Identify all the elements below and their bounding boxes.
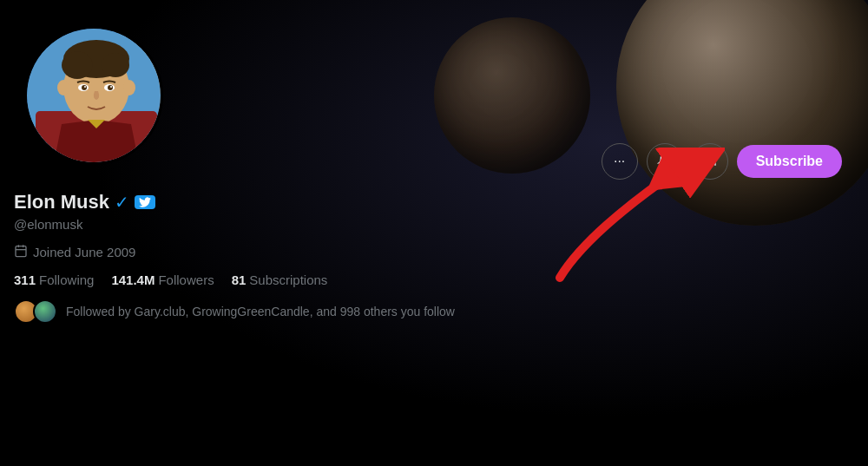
followers-stat[interactable]: 141.4M Followers (111, 272, 214, 287)
followers-label: Followers (158, 272, 214, 287)
svg-point-6 (102, 53, 129, 77)
followed-by-row: Followed by Gary.club, GrowingGreenCandl… (14, 299, 455, 324)
notify-icon: + (657, 152, 673, 171)
svg-point-5 (62, 51, 93, 79)
following-stat[interactable]: 311 Following (14, 272, 94, 287)
follower-avatars (14, 299, 57, 324)
handle: @elonmusk (14, 217, 455, 232)
joined-row: Joined June 2009 (14, 244, 455, 260)
svg-point-17 (707, 154, 713, 159)
avatar-image (27, 29, 161, 162)
follower-avatar-2 (33, 299, 57, 324)
calendar-icon (14, 244, 28, 260)
followed-by-text: Followed by Gary.club, GrowingGreenCandl… (66, 305, 455, 318)
svg-point-12 (110, 86, 112, 88)
svg-point-9 (82, 85, 87, 90)
subscribe-label: Subscribe (756, 154, 823, 168)
follow-button[interactable] (692, 143, 728, 180)
display-name: Elon Musk (14, 191, 109, 213)
more-button[interactable]: ··· (602, 143, 638, 180)
following-count: 311 (14, 272, 36, 287)
follow-icon (702, 152, 718, 171)
profile-info: Elon Musk ✓ @elonmusk Joined June 2009 (14, 191, 455, 324)
verified-badge: ✓ (115, 192, 129, 213)
joined-text: Joined June 2009 (33, 245, 135, 259)
twitter-bird-icon (139, 196, 151, 208)
followers-count: 141.4M (111, 272, 155, 287)
subscriptions-count: 81 (232, 272, 247, 287)
subscriptions-label: Subscriptions (249, 272, 327, 287)
subscriptions-stat[interactable]: 81 Subscriptions (232, 272, 328, 287)
svg-point-11 (84, 86, 86, 88)
following-label: Following (39, 272, 94, 287)
stats-row: 311 Following 141.4M Followers 81 Subscr… (14, 272, 455, 287)
svg-rect-20 (16, 246, 26, 257)
more-icon: ··· (614, 154, 625, 169)
twitter-verified-badge (135, 195, 155, 209)
profile-page: ··· + Subscribe (0, 0, 868, 466)
svg-point-13 (57, 80, 69, 95)
subscribe-button[interactable]: Subscribe (737, 145, 842, 178)
avatar[interactable] (24, 26, 163, 165)
svg-point-10 (108, 85, 113, 90)
notify-button[interactable]: + (647, 143, 683, 180)
svg-text:+: + (667, 154, 668, 158)
actions-row: ··· + Subscribe (602, 143, 842, 180)
svg-point-14 (123, 80, 135, 95)
name-row: Elon Musk ✓ (14, 191, 455, 213)
